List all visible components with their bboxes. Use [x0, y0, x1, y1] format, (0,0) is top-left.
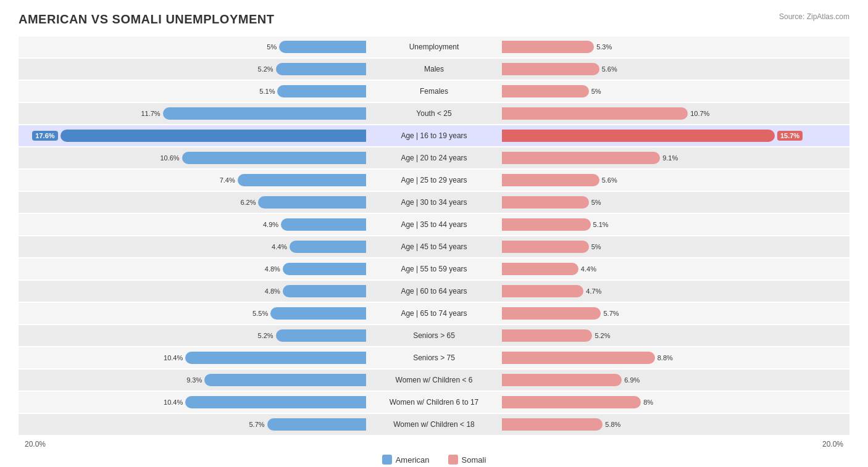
value-somali: 5.6%: [602, 176, 617, 184]
row-label: Youth < 25: [366, 109, 502, 118]
chart-row: 10.6%Age | 20 to 24 years9.1%: [19, 147, 849, 168]
value-american: 5.7%: [249, 421, 264, 428]
chart-row: 6.2%Age | 30 to 34 years5%: [19, 192, 849, 213]
row-label: Unemployment: [366, 43, 502, 51]
value-somali: 10.7%: [690, 110, 709, 117]
chart-row: 9.3%Women w/ Children < 66.9%: [19, 370, 849, 391]
bar-american: 5.1%: [277, 85, 366, 97]
value-somali: 5.1%: [593, 221, 609, 228]
row-label: Age | 60 to 64 years: [366, 287, 502, 295]
chart-row: 5.1%Females5%: [19, 81, 849, 102]
chart-row: 10.4%Seniors > 758.8%: [19, 347, 849, 368]
value-american: 5.1%: [259, 88, 275, 95]
chart-container: AMERICAN VS SOMALI UNEMPLOYMENT Source: …: [19, 12, 849, 465]
value-somali: 9.1%: [662, 154, 678, 162]
chart-row: 5.7%Women w/ Children < 185.8%: [19, 414, 849, 435]
chart-row: 5.2%Males5.6%: [19, 59, 849, 80]
chart-source: Source: ZipAtlas.com: [779, 12, 849, 21]
row-label: Women w/ Children < 6: [366, 376, 502, 384]
bar-american: 10.4%: [185, 396, 366, 408]
bar-american: 4.4%: [290, 241, 366, 253]
bar-american: 5.2%: [276, 63, 366, 75]
bar-somali: 5.6%: [502, 63, 599, 75]
value-somali: 8.8%: [657, 354, 673, 362]
bar-somali: 9.1%: [502, 152, 660, 164]
chart-row: 4.8%Age | 60 to 64 years4.7%: [19, 281, 849, 302]
bar-american: 17.6%: [61, 130, 366, 142]
value-american: 4.4%: [272, 243, 287, 250]
bar-somali: 5.3%: [502, 41, 594, 53]
axis-center-spacer: [366, 440, 502, 448]
legend-item-somali: Somali: [448, 455, 486, 465]
row-label: Women w/ Children 6 to 17: [366, 398, 502, 407]
bar-somali: 5.8%: [502, 418, 603, 431]
row-label: Age | 20 to 24 years: [366, 154, 502, 162]
value-american: 4.9%: [263, 221, 278, 228]
legend-label-american: American: [396, 455, 430, 465]
chart-row: 5%Unemployment5.3%: [19, 36, 849, 57]
value-american: 5.2%: [258, 65, 273, 73]
row-label: Age | 16 to 19 years: [366, 131, 502, 140]
value-american: 7.4%: [220, 176, 235, 184]
legend-item-american: American: [382, 455, 430, 465]
value-somali: 5%: [591, 88, 601, 95]
row-label: Males: [366, 65, 502, 73]
value-american: 9.3%: [186, 376, 202, 384]
value-somali: 15.7%: [777, 131, 803, 141]
bar-somali: 10.7%: [502, 107, 688, 120]
legend-box-somali: [448, 455, 458, 465]
bar-american: 4.8%: [283, 263, 366, 275]
row-label: Age | 25 to 29 years: [366, 176, 502, 184]
bar-somali: 8.8%: [502, 352, 655, 364]
chart-row: 17.6%Age | 16 to 19 years15.7%: [19, 125, 849, 146]
chart-header: AMERICAN VS SOMALI UNEMPLOYMENT Source: …: [19, 12, 849, 27]
value-somali: 5%: [591, 199, 601, 206]
value-somali: 5.3%: [596, 43, 612, 51]
bar-somali: 5%: [502, 241, 589, 253]
chart-row: 7.4%Age | 25 to 29 years5.6%: [19, 170, 849, 191]
bar-somali: 15.7%: [502, 130, 775, 142]
value-american: 5.2%: [258, 332, 273, 339]
axis-right-label: 20.0%: [502, 440, 849, 448]
bar-american: 10.4%: [185, 352, 366, 364]
legend-box-american: [382, 455, 392, 465]
bar-somali: 6.9%: [502, 374, 622, 386]
chart-row: 4.4%Age | 45 to 54 years5%: [19, 236, 849, 257]
bar-somali: 5.7%: [502, 307, 601, 320]
bar-american: 9.3%: [204, 374, 366, 386]
chart-row: 4.8%Age | 55 to 59 years4.4%: [19, 258, 849, 279]
axis-labels: 20.0% 20.0%: [19, 440, 849, 448]
value-somali: 8%: [643, 399, 653, 406]
legend: American Somali: [19, 455, 849, 465]
chart-title: AMERICAN VS SOMALI UNEMPLOYMENT: [19, 12, 274, 27]
value-somali: 4.4%: [581, 265, 596, 273]
value-american: 4.8%: [265, 287, 280, 295]
value-american: 11.7%: [141, 110, 160, 117]
chart-row: 5.2%Seniors > 655.2%: [19, 325, 849, 346]
bar-american: 10.6%: [182, 152, 366, 164]
row-label: Women w/ Children < 18: [366, 420, 502, 429]
bar-american: 5%: [279, 41, 366, 53]
axis-left-label: 20.0%: [19, 440, 366, 448]
bar-american: 11.7%: [163, 107, 366, 120]
bar-somali: 5%: [502, 85, 589, 97]
value-somali: 5.6%: [602, 65, 617, 73]
value-somali: 5.7%: [603, 310, 619, 317]
value-somali: 4.7%: [586, 287, 601, 295]
bar-somali: 5.2%: [502, 329, 592, 342]
value-somali: 5.2%: [595, 332, 610, 339]
row-label: Females: [366, 87, 502, 96]
bar-american: 5.5%: [270, 307, 366, 320]
bar-american: 4.8%: [283, 285, 366, 297]
value-american: 10.4%: [164, 354, 183, 362]
bar-american: 6.2%: [258, 196, 366, 209]
bar-american: 5.7%: [267, 418, 366, 431]
value-american: 5%: [267, 43, 277, 51]
value-american: 10.6%: [160, 154, 179, 162]
bar-american: 4.9%: [281, 218, 366, 231]
row-label: Age | 45 to 54 years: [366, 242, 502, 251]
bar-somali: 4.4%: [502, 263, 578, 275]
chart-row: 5.5%Age | 65 to 74 years5.7%: [19, 303, 849, 324]
value-somali: 6.9%: [624, 376, 640, 384]
chart-body: 5%Unemployment5.3%5.2%Males5.6%5.1%Femal…: [19, 36, 849, 435]
